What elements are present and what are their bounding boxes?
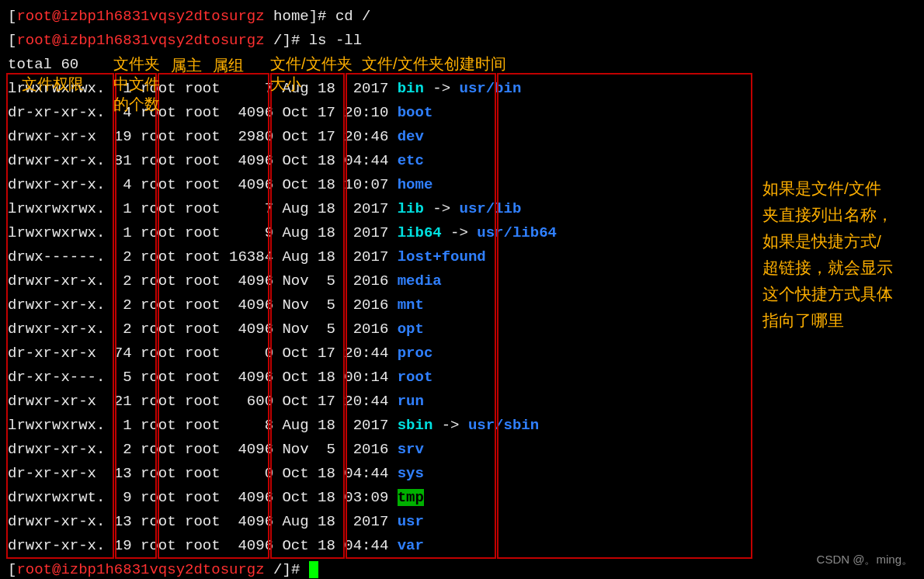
label-ff: 文件/文件夹 xyxy=(270,54,353,73)
label-permissions: 文件权限 xyxy=(22,75,84,93)
ls-row: drwxr-xr-x 21 root root 600 Oct 17 20:44… xyxy=(8,390,557,414)
ls-row: drwxr-xr-x 19 root root 2980 Oct 17 20:4… xyxy=(8,125,557,149)
ls-row: drwxr-xr-x. 13 root root 4096 Aug 18 201… xyxy=(8,510,557,534)
ls-row: dr-xr-xr-x 13 root root 0 Oct 18 04:44 s… xyxy=(8,462,557,486)
ls-row: lrwxrwxrwx. 1 root root 9 Aug 18 2017 li… xyxy=(8,221,557,245)
prompt-cursor[interactable]: [root@izbp1h6831vqsy2dtosurgz /]# xyxy=(8,558,557,579)
ls-row: dr-xr-xr-x. 4 root root 4096 Oct 17 20:1… xyxy=(8,101,557,125)
label-count2: 的个数 xyxy=(113,95,160,113)
label-folder: 文件夹 xyxy=(113,54,160,73)
ls-row: drwxr-xr-x. 2 root root 4096 Nov 5 2016 … xyxy=(8,438,557,462)
label-date: 文件/文件夹创建时间 xyxy=(362,54,506,73)
ls-row: lrwxrwxrwx. 1 root root 7 Aug 18 2017 li… xyxy=(8,197,557,221)
ls-row: dr-xr-xr-x 74 root root 0 Oct 17 20:44 p… xyxy=(8,342,557,366)
ls-row: drwxr-xr-x. 81 root root 4096 Oct 18 04:… xyxy=(8,149,557,173)
ls-row: lrwxrwxrwx. 1 root root 8 Aug 18 2017 sb… xyxy=(8,414,557,438)
prompt-line: [root@izbp1h6831vqsy2dtosurgz home]# cd … xyxy=(8,5,557,29)
label-group: 属组 xyxy=(213,56,244,75)
ls-row: drwxr-xr-x. 2 root root 4096 Nov 5 2016 … xyxy=(8,269,557,293)
label-size: 大小 xyxy=(270,75,301,93)
ls-row: drwxr-xr-x. 2 root root 4096 Nov 5 2016 … xyxy=(8,293,557,317)
ls-row: drwxr-xr-x. 19 root root 4096 Oct 18 04:… xyxy=(8,534,557,558)
label-note: 如果是文件/文件 夹直接列出名称， 如果是快捷方式/ 超链接，就会显示 这个快捷… xyxy=(762,175,893,334)
label-count1: 中文件 xyxy=(113,75,160,93)
ls-row: drwxr-xr-x. 4 root root 4096 Oct 18 10:0… xyxy=(8,173,557,197)
ls-row: dr-xr-x---. 5 root root 4096 Oct 18 00:1… xyxy=(8,366,557,390)
prompt-line: [root@izbp1h6831vqsy2dtosurgz /]# ls -ll xyxy=(8,29,557,53)
ls-row: drwx------. 2 root root 16384 Aug 18 201… xyxy=(8,245,557,269)
ls-row: drwxr-xr-x. 2 root root 4096 Nov 5 2016 … xyxy=(8,317,557,342)
ls-row: drwxrwxrwt. 9 root root 4096 Oct 18 03:0… xyxy=(8,486,557,510)
watermark: CSDN @。ming。 xyxy=(817,547,913,571)
label-owner: 属主 xyxy=(171,56,202,75)
